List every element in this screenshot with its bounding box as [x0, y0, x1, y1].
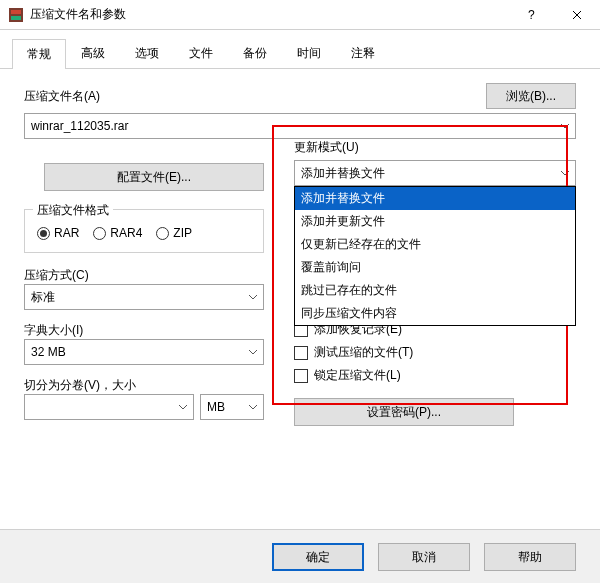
- dropdown-item[interactable]: 添加并更新文件: [295, 210, 575, 233]
- filename-value: winrar_112035.rar: [31, 119, 128, 133]
- tab-time[interactable]: 时间: [282, 38, 336, 68]
- split-unit-select[interactable]: MB: [200, 394, 264, 420]
- profiles-button[interactable]: 配置文件(E)...: [44, 163, 264, 191]
- tab-general[interactable]: 常规: [12, 39, 66, 69]
- method-label: 压缩方式(C): [24, 267, 264, 284]
- help-button[interactable]: 帮助: [484, 543, 576, 571]
- chevron-down-icon: [561, 169, 569, 177]
- radio-zip[interactable]: ZIP: [156, 226, 192, 240]
- chevron-down-icon: [561, 122, 569, 130]
- dict-label: 字典大小(I): [24, 322, 264, 339]
- checkbox-test[interactable]: 测试压缩的文件(T): [294, 344, 576, 361]
- chevron-down-icon: [249, 293, 257, 301]
- chevron-down-icon: [179, 403, 187, 411]
- method-select[interactable]: 标准: [24, 284, 264, 310]
- tab-bar: 常规 高级 选项 文件 备份 时间 注释: [0, 30, 600, 69]
- svg-text:?: ?: [528, 10, 535, 20]
- format-group-title: 压缩文件格式: [33, 202, 113, 219]
- chevron-down-icon: [249, 403, 257, 411]
- dialog-footer: 确定 取消 帮助: [0, 529, 600, 583]
- tab-panel-general: 压缩文件名(A) 浏览(B)... winrar_112035.rar 配置文件…: [0, 69, 600, 444]
- dict-select[interactable]: 32 MB: [24, 339, 264, 365]
- chevron-down-icon: [249, 348, 257, 356]
- dropdown-item[interactable]: 添加并替换文件: [295, 187, 575, 210]
- svg-rect-1: [11, 10, 21, 14]
- split-label: 切分为分卷(V)，大小: [24, 377, 264, 394]
- close-button[interactable]: [554, 0, 600, 29]
- filename-input[interactable]: winrar_112035.rar: [24, 113, 576, 139]
- dropdown-item[interactable]: 同步压缩文件内容: [295, 302, 575, 325]
- tab-backup[interactable]: 备份: [228, 38, 282, 68]
- tab-options[interactable]: 选项: [120, 38, 174, 68]
- tab-files[interactable]: 文件: [174, 38, 228, 68]
- cancel-button[interactable]: 取消: [378, 543, 470, 571]
- split-size-input[interactable]: [24, 394, 194, 420]
- tab-comment[interactable]: 注释: [336, 38, 390, 68]
- radio-rar[interactable]: RAR: [37, 226, 79, 240]
- update-mode-label: 更新模式(U): [294, 139, 576, 156]
- ok-button[interactable]: 确定: [272, 543, 364, 571]
- update-mode-dropdown: 添加并替换文件 添加并更新文件 仅更新已经存在的文件 覆盖前询问 跳过已存在的文…: [294, 186, 576, 326]
- svg-rect-2: [11, 16, 21, 20]
- set-password-button[interactable]: 设置密码(P)...: [294, 398, 514, 426]
- checkbox-lock[interactable]: 锁定压缩文件(L): [294, 367, 576, 384]
- window-title: 压缩文件名和参数: [30, 6, 508, 23]
- dropdown-item[interactable]: 仅更新已经存在的文件: [295, 233, 575, 256]
- radio-rar4[interactable]: RAR4: [93, 226, 142, 240]
- title-bar: 压缩文件名和参数 ?: [0, 0, 600, 30]
- filename-label: 压缩文件名(A): [24, 88, 100, 105]
- format-group: 压缩文件格式 RAR RAR4 ZIP: [24, 209, 264, 253]
- update-mode-select[interactable]: 添加并替换文件: [294, 160, 576, 186]
- browse-button[interactable]: 浏览(B)...: [486, 83, 576, 109]
- dropdown-item[interactable]: 覆盖前询问: [295, 256, 575, 279]
- app-icon: [8, 7, 24, 23]
- dropdown-item[interactable]: 跳过已存在的文件: [295, 279, 575, 302]
- help-button[interactable]: ?: [508, 0, 554, 29]
- tab-advanced[interactable]: 高级: [66, 38, 120, 68]
